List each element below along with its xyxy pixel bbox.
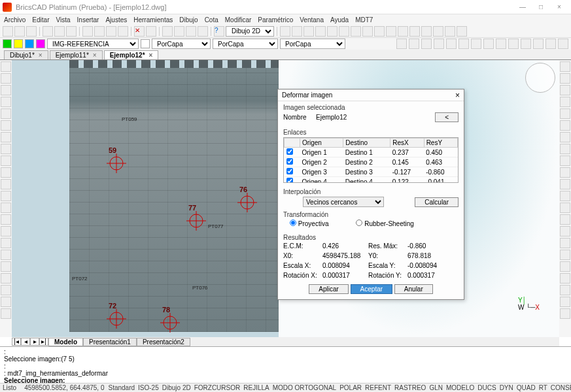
- modify-tool-icon[interactable]: [560, 261, 570, 272]
- color-swatch-icon[interactable]: [141, 39, 150, 48]
- modify-tool-icon[interactable]: [560, 120, 570, 131]
- new-icon[interactable]: [3, 26, 13, 37]
- menu-paramétrico[interactable]: Paramétrico: [258, 16, 293, 24]
- status-toggle[interactable]: DYN: [500, 384, 513, 391]
- tool-l-icon[interactable]: [409, 26, 420, 37]
- maximize-button[interactable]: □: [532, 1, 550, 13]
- draw-tool-icon[interactable]: [1, 132, 11, 142]
- apply-button[interactable]: Aplicar: [309, 284, 349, 294]
- modify-tool-icon[interactable]: [560, 273, 570, 284]
- status-toggle[interactable]: GLN: [429, 384, 443, 391]
- row-checkbox[interactable]: [286, 168, 293, 174]
- preview-icon[interactable]: [54, 26, 65, 37]
- snap-node-icon[interactable]: [434, 39, 444, 49]
- modify-tool-icon[interactable]: [560, 203, 570, 213]
- layer-color-icon[interactable]: [3, 39, 12, 48]
- modify-tool-icon[interactable]: [560, 179, 570, 189]
- tab-close-icon[interactable]: ×: [93, 52, 97, 59]
- menu-archivo[interactable]: Archivo: [4, 16, 26, 24]
- menu-cota[interactable]: Cota: [205, 16, 218, 24]
- back-button[interactable]: <: [435, 112, 459, 122]
- modify-tool-icon[interactable]: [560, 97, 570, 107]
- menu-editar[interactable]: Editar: [32, 16, 49, 24]
- tool-h-icon[interactable]: [362, 26, 373, 37]
- radio-rubber[interactable]: Rubber-Sheeting: [356, 220, 413, 227]
- doc-tab[interactable]: Ejemplo11*×: [50, 50, 103, 59]
- status-toggle[interactable]: MODELO: [446, 384, 474, 391]
- layout-tab[interactable]: Modelo: [48, 338, 83, 346]
- match-icon[interactable]: [118, 26, 128, 37]
- draw-tool-icon[interactable]: [1, 167, 11, 178]
- snap-end-icon[interactable]: [396, 39, 407, 49]
- dialog-title-bar[interactable]: Deformar imagen ×: [278, 90, 464, 101]
- undo-icon[interactable]: ✕: [134, 26, 145, 37]
- modify-tool-icon[interactable]: [560, 85, 570, 95]
- draw-tool-icon[interactable]: [1, 203, 11, 213]
- menu-vista[interactable]: Vista: [56, 16, 70, 24]
- tool-n-icon[interactable]: [433, 26, 443, 37]
- print-icon[interactable]: [43, 26, 53, 37]
- draw-tool-icon[interactable]: [1, 273, 11, 284]
- layer-state-icon[interactable]: [14, 39, 23, 48]
- status-toggle[interactable]: ISO-25: [138, 384, 159, 391]
- draw-tool-icon[interactable]: [1, 226, 11, 237]
- table-row[interactable]: Origen 3Destino 3-0.127-0.860: [285, 167, 458, 177]
- tool-g-icon[interactable]: [351, 26, 361, 37]
- status-toggle[interactable]: REJILLA: [243, 384, 269, 391]
- snap-none-icon[interactable]: [558, 39, 568, 49]
- view-icon[interactable]: [198, 26, 208, 37]
- snap-int-icon[interactable]: [459, 39, 469, 49]
- status-toggle[interactable]: Standard: [108, 384, 135, 391]
- orbit-icon[interactable]: [186, 26, 196, 37]
- row-checkbox[interactable]: [286, 158, 293, 165]
- tab-prev-button[interactable]: ◂: [21, 338, 30, 346]
- status-toggle[interactable]: POLAR: [339, 384, 362, 391]
- snap-cen-icon[interactable]: [421, 39, 432, 49]
- open-icon[interactable]: [14, 26, 25, 37]
- lineweight-select[interactable]: PorCapa: [280, 39, 345, 49]
- draw-tool-icon[interactable]: [1, 297, 11, 307]
- linetype-select[interactable]: PorCapa: [213, 39, 278, 49]
- tab-first-button[interactable]: |◂: [12, 338, 21, 346]
- tab-close-icon[interactable]: ×: [39, 52, 43, 59]
- tab-next-button[interactable]: ▸: [30, 338, 39, 346]
- workspace-select[interactable]: Dibujo 2D: [226, 26, 274, 37]
- draw-tool-icon[interactable]: [1, 285, 11, 295]
- tool-d-icon[interactable]: [315, 26, 326, 37]
- layout-tab[interactable]: Presentación1: [83, 338, 137, 346]
- paste-icon[interactable]: [106, 26, 116, 37]
- minimize-button[interactable]: —: [513, 1, 532, 13]
- cancel-button[interactable]: Anular: [394, 284, 433, 294]
- tab-last-button[interactable]: ▸|: [39, 338, 48, 346]
- status-toggle[interactable]: MODO ORTOGONAL: [273, 384, 336, 391]
- draw-tool-icon[interactable]: [1, 85, 11, 95]
- menu-herramientas[interactable]: Herramientas: [133, 16, 173, 24]
- snap-ext-icon[interactable]: [471, 39, 481, 49]
- tool-k-icon[interactable]: [398, 26, 408, 37]
- row-checkbox[interactable]: [286, 148, 293, 155]
- color-select[interactable]: PorCapa: [152, 39, 211, 49]
- command-window[interactable]: : Seleccione imagen:(7 5) : : mdt7_img_h…: [0, 346, 571, 383]
- status-toggle[interactable]: DUCS: [477, 384, 496, 391]
- draw-tool-icon[interactable]: [1, 250, 11, 260]
- draw-tool-icon[interactable]: [1, 214, 11, 225]
- help-icon[interactable]: ?: [214, 26, 224, 37]
- layer-select[interactable]: IMG-REFERENCIA: [47, 39, 139, 49]
- modify-tool-icon[interactable]: [560, 108, 570, 119]
- modify-tool-icon[interactable]: [560, 191, 570, 201]
- status-toggle[interactable]: Dibujo 2D: [162, 384, 191, 391]
- menu-insertar[interactable]: Insertar: [77, 16, 99, 24]
- draw-tool-icon[interactable]: [1, 308, 11, 319]
- snap-tan-icon[interactable]: [508, 39, 519, 49]
- status-toggle[interactable]: RASTREO: [394, 384, 426, 391]
- pan-icon[interactable]: [162, 26, 173, 37]
- status-toggle[interactable]: CONSEJOS: [551, 384, 571, 391]
- table-row[interactable]: Origen 1Destino 10.2370.450: [285, 148, 458, 157]
- zoom-icon[interactable]: [174, 26, 184, 37]
- draw-tool-icon[interactable]: [1, 155, 11, 166]
- view-cube-icon[interactable]: [525, 63, 555, 93]
- links-table[interactable]: OrigenDestinoResXResYOrigen 1Destino 10.…: [283, 137, 459, 183]
- tool-c-icon[interactable]: [303, 26, 314, 37]
- draw-tool-icon[interactable]: [1, 179, 11, 189]
- layer-lock-icon[interactable]: [36, 39, 45, 48]
